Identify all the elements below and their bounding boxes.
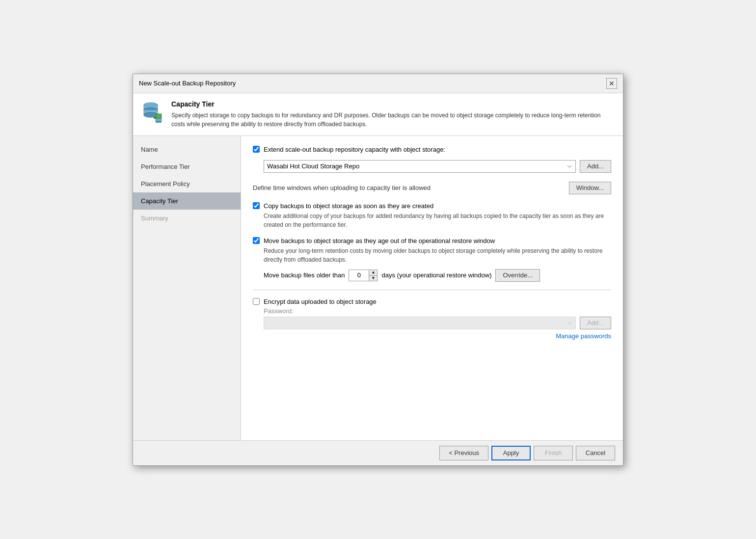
encrypt-checkbox[interactable] [253,298,260,305]
manage-passwords-row: Manage passwords [264,332,611,340]
encrypt-section: Encrypt data uploaded to object storage … [253,298,611,340]
svg-rect-8 [156,121,162,123]
dialog: New Scale-out Backup Repository ✕ Capaci… [133,74,623,466]
cancel-button[interactable]: Cancel [576,446,615,460]
previous-button[interactable]: < Previous [439,446,488,460]
header-section: Capacity Tier Specify object storage to … [133,93,623,136]
storage-dropdown[interactable]: Wasabi Hot Cloud Storage Repo [264,160,576,173]
copy-checkbox[interactable] [253,202,260,209]
password-dropdown [264,317,576,329]
spinner-up[interactable]: ▲ [369,270,377,275]
content-area: Extend scale-out backup repository capac… [241,136,623,440]
sidebar-item-summary: Summary [133,210,241,227]
copy-description: Create additional copy of your backups f… [264,212,611,229]
extend-checkbox-label[interactable]: Extend scale-out backup repository capac… [253,146,445,153]
copy-checkbox-label[interactable]: Copy backups to object storage as soon a… [253,202,611,210]
password-label: Password: [264,307,611,315]
sidebar-item-capacity-tier[interactable]: Capacity Tier [133,192,241,210]
encrypt-checkbox-label[interactable]: Encrypt data uploaded to object storage [253,298,611,305]
capacity-tier-icon [141,100,164,124]
days-spinner[interactable]: ▲ ▼ [349,270,378,281]
sidebar: Name Performance Tier Placement Policy C… [133,136,241,440]
days-row: Move backup files older than ▲ ▼ days (y… [264,269,611,282]
apply-button[interactable]: Apply [491,446,531,460]
time-window-row: Define time windows when uploading to ca… [253,181,611,195]
days-prefix: Move backup files older than [264,271,345,279]
finish-button: Finish [534,446,573,460]
header-text: Capacity Tier Specify object storage to … [171,100,615,129]
move-option-block: Move backups to object storage as they a… [253,237,611,282]
divider [253,290,611,290]
sidebar-item-name[interactable]: Name [133,141,241,158]
days-input[interactable] [349,270,369,281]
override-button[interactable]: Override... [495,269,540,282]
manage-passwords-link[interactable]: Manage passwords [556,332,611,340]
dialog-title: New Scale-out Backup Repository [139,80,236,87]
main-content: Name Performance Tier Placement Policy C… [133,136,623,440]
extend-row: Extend scale-out backup repository capac… [253,146,611,153]
footer: < Previous Apply Finish Cancel [133,440,623,465]
sidebar-item-placement-policy[interactable]: Placement Policy [133,175,241,192]
copy-option-block: Copy backups to object storage as soon a… [253,202,611,229]
spinner-buttons: ▲ ▼ [369,270,377,281]
storage-dropdown-row: Wasabi Hot Cloud Storage Repo Add... [264,160,611,173]
add-password-button: Add... [580,317,611,329]
days-suffix: days (your operational restore window) [381,271,491,279]
time-window-text: Define time windows when uploading to ca… [253,184,431,191]
header-description: Specify object storage to copy backups t… [171,111,615,129]
extend-checkbox[interactable] [253,146,260,153]
spinner-down[interactable]: ▼ [369,275,377,281]
move-checkbox[interactable] [253,237,260,244]
close-button[interactable]: ✕ [606,78,617,89]
password-row: Password: Add... Manage passwords [264,307,611,340]
header-title: Capacity Tier [171,100,615,108]
move-checkbox-label[interactable]: Move backups to object storage as they a… [253,237,611,244]
svg-rect-6 [154,117,157,119]
move-description: Reduce your long-term retention costs by… [264,246,611,264]
password-dropdown-row: Add... [264,317,611,329]
title-bar: New Scale-out Backup Repository ✕ [133,74,623,93]
add-storage-button[interactable]: Add... [580,160,611,173]
window-button[interactable]: Window... [569,182,611,194]
sidebar-item-performance-tier[interactable]: Performance Tier [133,158,241,175]
